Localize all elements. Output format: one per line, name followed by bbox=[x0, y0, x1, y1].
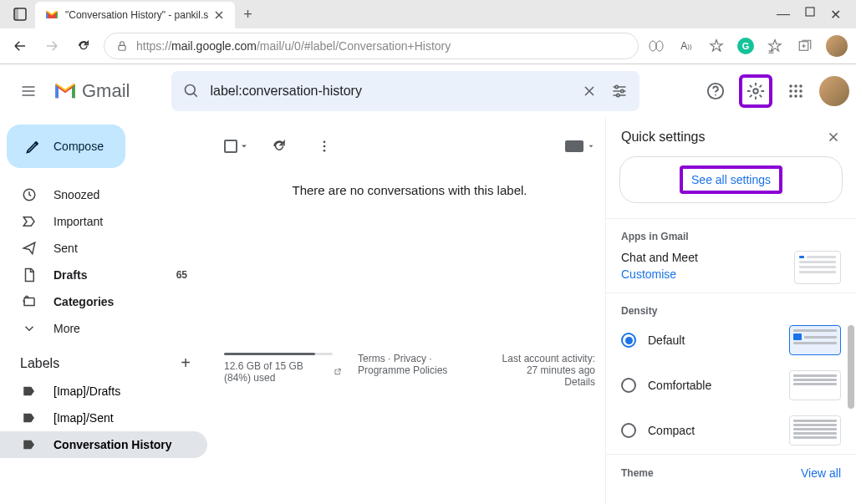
svg-point-24 bbox=[799, 89, 802, 93]
nav-drafts[interactable]: Drafts 65 bbox=[0, 262, 207, 288]
label-imap-drafts[interactable]: [Imap]/Drafts bbox=[0, 378, 207, 405]
footer: 12.6 GB of 15 GB (84%) used Terms · Priv… bbox=[217, 344, 602, 388]
read-aloud-icon[interactable]: A)) bbox=[677, 37, 696, 55]
refresh-button[interactable] bbox=[72, 34, 95, 58]
label-icon bbox=[22, 384, 38, 399]
help-button[interactable] bbox=[699, 74, 732, 108]
svg-point-18 bbox=[753, 89, 758, 94]
gmail-logo[interactable]: Gmail bbox=[54, 80, 130, 102]
gmail-header: Gmail bbox=[0, 64, 856, 118]
select-all-checkbox[interactable] bbox=[224, 140, 249, 153]
svg-point-31 bbox=[324, 150, 326, 152]
minimize-icon[interactable]: — bbox=[777, 7, 790, 23]
more-actions-button[interactable] bbox=[309, 131, 339, 161]
scrollbar-thumb[interactable] bbox=[848, 325, 854, 409]
grammarly-icon[interactable]: G bbox=[737, 38, 754, 54]
svg-point-29 bbox=[324, 140, 326, 143]
window-controls: — ✕ bbox=[777, 7, 851, 23]
close-window-icon[interactable]: ✕ bbox=[830, 7, 841, 23]
label-imap-sent[interactable]: [Imap]/Sent bbox=[0, 405, 207, 431]
clear-search-icon[interactable] bbox=[581, 83, 598, 99]
label-icon bbox=[22, 437, 38, 452]
svg-point-12 bbox=[186, 85, 196, 95]
chat-meet-preview bbox=[794, 251, 841, 284]
density-section-title: Density bbox=[621, 305, 841, 317]
empty-state-message: There are no conversations with this lab… bbox=[217, 171, 602, 231]
svg-point-17 bbox=[715, 94, 716, 96]
refresh-mail-button[interactable] bbox=[264, 131, 294, 161]
favorites-list-icon[interactable] bbox=[766, 37, 784, 55]
browser-profile-avatar[interactable] bbox=[826, 35, 848, 57]
nav-sent[interactable]: Sent bbox=[0, 235, 207, 262]
density-preview bbox=[789, 370, 841, 400]
url-field[interactable]: https://mail.google.com/mail/u/0/#label/… bbox=[104, 33, 639, 59]
quick-settings-header: Quick settings bbox=[606, 130, 856, 156]
svg-point-27 bbox=[799, 94, 802, 98]
sidebar-toggle-icon[interactable] bbox=[12, 6, 28, 23]
search-input[interactable] bbox=[210, 84, 574, 99]
chevron-down-icon bbox=[587, 142, 595, 150]
compose-button[interactable]: Compose bbox=[7, 125, 125, 168]
nav-categories[interactable]: Categories bbox=[0, 288, 207, 315]
chevron-down-icon bbox=[22, 321, 38, 336]
collections-icon[interactable] bbox=[796, 37, 814, 55]
radio-icon bbox=[621, 378, 636, 393]
tabs-bar: "Conversation History" - pankil.s + — ✕ bbox=[0, 0, 856, 28]
favorite-icon[interactable]: + bbox=[707, 37, 726, 55]
clock-icon bbox=[22, 187, 38, 202]
extension-icon[interactable] bbox=[647, 37, 665, 55]
search-options-icon[interactable] bbox=[611, 83, 628, 99]
theme-section: Theme View all bbox=[606, 454, 856, 488]
compose-label: Compose bbox=[54, 140, 104, 153]
add-label-button[interactable]: + bbox=[181, 354, 191, 373]
maximize-icon[interactable] bbox=[805, 7, 815, 17]
see-all-settings-button[interactable]: See all settings bbox=[619, 156, 843, 203]
url-text: https://mail.google.com/mail/u/0/#label/… bbox=[136, 39, 451, 53]
gmail-app: Gmail bbox=[0, 64, 856, 504]
density-comfortable[interactable]: Comfortable bbox=[621, 370, 841, 400]
policies-links[interactable]: Terms · Privacy · Programme Policies bbox=[358, 353, 486, 388]
density-compact[interactable]: Compact bbox=[621, 415, 841, 445]
sidebar: Compose Snoozed Important Sent Drafts bbox=[0, 118, 207, 504]
apps-grid-button[interactable] bbox=[779, 74, 813, 108]
new-tab-button[interactable]: + bbox=[243, 6, 252, 23]
nav-important[interactable]: Important bbox=[0, 208, 207, 235]
account-avatar[interactable] bbox=[819, 76, 849, 106]
input-tools[interactable] bbox=[565, 140, 595, 152]
back-button[interactable] bbox=[8, 34, 32, 58]
density-default[interactable]: Default bbox=[621, 325, 841, 355]
labels-list: [Imap]/Drafts [Imap]/Sent Conversation H… bbox=[0, 378, 207, 458]
activity-info[interactable]: Last account activity: 27 minutes ago De… bbox=[502, 353, 595, 388]
main-menu-button[interactable] bbox=[12, 74, 45, 108]
close-panel-button[interactable] bbox=[826, 130, 841, 145]
browser-tab[interactable]: "Conversation History" - pankil.s bbox=[35, 2, 235, 28]
label-conversation-history[interactable]: Conversation History bbox=[0, 431, 207, 458]
svg-point-21 bbox=[799, 84, 802, 88]
view-all-themes-link[interactable]: View all bbox=[801, 466, 841, 480]
storage-info[interactable]: 12.6 GB of 15 GB (84%) used bbox=[224, 353, 341, 388]
search-icon[interactable] bbox=[183, 83, 200, 99]
svg-point-13 bbox=[615, 85, 618, 88]
quick-settings-panel: Quick settings See all settings Apps in … bbox=[605, 118, 856, 504]
search-bar[interactable] bbox=[171, 71, 639, 111]
drafts-icon bbox=[22, 267, 38, 283]
radio-icon bbox=[621, 333, 636, 348]
density-preview bbox=[789, 415, 841, 445]
header-right bbox=[699, 74, 849, 108]
nav-more[interactable]: More bbox=[0, 315, 207, 342]
chevron-down-icon[interactable] bbox=[239, 141, 249, 151]
svg-rect-2 bbox=[806, 8, 814, 16]
svg-point-25 bbox=[789, 94, 792, 98]
tab-title: "Conversation History" - pankil.s bbox=[65, 9, 208, 21]
svg-point-4 bbox=[650, 41, 656, 51]
categories-icon bbox=[22, 294, 38, 309]
gmail-body: Compose Snoozed Important Sent Drafts bbox=[0, 118, 856, 504]
settings-button[interactable] bbox=[739, 74, 772, 108]
svg-point-22 bbox=[789, 89, 792, 93]
nav-snoozed[interactable]: Snoozed bbox=[0, 181, 207, 208]
customise-link[interactable]: Customise bbox=[621, 267, 698, 281]
gmail-favicon-icon bbox=[45, 8, 59, 22]
svg-point-5 bbox=[656, 41, 663, 51]
svg-point-26 bbox=[794, 94, 797, 98]
tab-close-icon[interactable] bbox=[213, 9, 225, 21]
